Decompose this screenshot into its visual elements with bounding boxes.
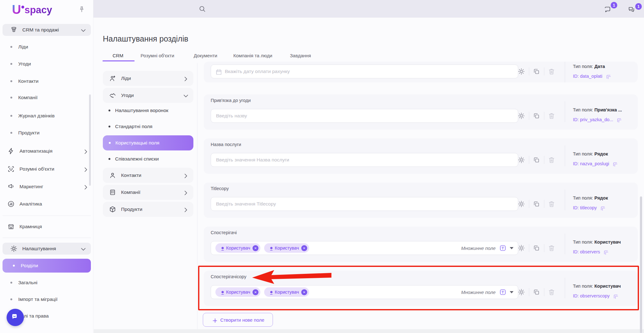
sidebar: U spacy CRM та продажі Ліди Угоди Контак… xyxy=(0,0,93,333)
menu-subitem-funnels[interactable]: Налаштування воронок xyxy=(108,106,168,115)
trash-icon[interactable] xyxy=(548,112,556,120)
sidebar-item-smart-objects[interactable]: Розумні об'єкти xyxy=(0,163,93,175)
menu-subitem-dependent-lists[interactable]: Співзалежні списки xyxy=(108,155,159,163)
menu-subitem-standard-fields[interactable]: Стандартні поля xyxy=(108,122,153,131)
copy-icon[interactable] xyxy=(533,68,541,76)
remove-chip-icon[interactable]: ✕ xyxy=(301,245,307,251)
row-actions xyxy=(518,109,556,123)
divider xyxy=(565,101,565,122)
sidebar-item-crm[interactable]: CRM та продажі xyxy=(3,24,91,36)
sidebar-item-import[interactable]: Імпорт та міграції xyxy=(0,293,93,306)
active-tab-underline xyxy=(103,60,135,61)
gear-icon[interactable] xyxy=(518,156,525,164)
menu-item-companies[interactable]: Компанії xyxy=(103,185,193,200)
trash-icon[interactable] xyxy=(548,244,556,252)
content-scrollbar[interactable] xyxy=(640,196,642,333)
tab-smart-objects[interactable]: Розумні об'єкти xyxy=(141,53,174,58)
gear-icon[interactable] xyxy=(518,68,525,76)
tab-company-people[interactable]: Компанія та люди xyxy=(233,53,272,58)
gear-icon[interactable] xyxy=(518,288,525,296)
remove-chip-icon[interactable]: ✕ xyxy=(301,289,307,295)
copy-id-icon[interactable] xyxy=(605,74,611,79)
sidebar-item-contacts[interactable]: Контакти xyxy=(0,75,93,87)
trash-icon[interactable] xyxy=(548,156,556,164)
sidebar-item-general[interactable]: Загальні xyxy=(0,276,93,289)
sidebar-item-marketing[interactable]: Маркетинг xyxy=(0,180,93,193)
field-meta: Тип поля: Користувач ID: observers xyxy=(573,239,636,255)
bullet xyxy=(10,63,12,65)
field-type-icon[interactable] xyxy=(499,244,507,252)
sidebar-item-label: Імпорт та міграції xyxy=(18,296,58,302)
pin-sidebar-icon[interactable] xyxy=(78,6,86,13)
copy-icon[interactable] xyxy=(533,244,541,252)
trash-icon[interactable] xyxy=(548,200,556,208)
plus-icon xyxy=(211,317,217,323)
dropdown-arrow-icon[interactable] xyxy=(510,247,514,249)
service-name-input[interactable] xyxy=(211,153,518,167)
sidebar-item-call-log[interactable]: Журнал дзвінків xyxy=(0,110,93,122)
sidebar-item-deals[interactable]: Угоди xyxy=(0,58,93,70)
divider xyxy=(544,156,544,164)
copy-icon[interactable] xyxy=(533,112,541,120)
date-field-input[interactable] xyxy=(211,65,518,78)
multiple-field-label: Множинне поле xyxy=(461,290,496,295)
copy-id-icon[interactable] xyxy=(616,117,621,122)
menu-item-deals[interactable]: Угоди xyxy=(103,88,193,103)
copy-icon[interactable] xyxy=(533,156,541,164)
menu-item-products[interactable]: Продукти xyxy=(103,202,193,217)
copy-id-icon[interactable] xyxy=(603,249,608,255)
gear-icon[interactable] xyxy=(518,112,525,120)
row-actions xyxy=(518,65,556,78)
support-chat-button[interactable] xyxy=(7,309,24,326)
sidebar-item-settings[interactable]: Налаштування xyxy=(3,243,91,255)
menu-item-contacts[interactable]: Контакти xyxy=(103,168,193,183)
user-chip: Користувач✕ xyxy=(215,243,260,253)
field-row-observerscopy: Спостерігачіcopy Користувач✕ Користувач✕… xyxy=(204,271,638,306)
sidebar-scrollbar[interactable] xyxy=(89,94,91,186)
gear-icon[interactable] xyxy=(518,244,525,252)
menu-subitem-custom-fields-active[interactable]: Користувацькі поля xyxy=(103,135,193,150)
copy-id-icon[interactable] xyxy=(600,205,605,211)
copy-icon[interactable] xyxy=(533,288,541,296)
chevron-down-icon xyxy=(80,246,86,252)
tab-documents[interactable]: Документи xyxy=(194,53,217,58)
divider xyxy=(565,278,565,298)
copy-id-icon[interactable] xyxy=(612,161,617,166)
group-chat-icon[interactable] xyxy=(628,6,636,14)
observerscopy-multiselect[interactable]: Користувач✕ Користувач✕ Множинне поле xyxy=(211,285,518,299)
sidebar-item-shop[interactable]: Крамниця xyxy=(0,220,93,233)
observers-multiselect[interactable]: Користувач✕ Користувач✕ Множинне поле xyxy=(211,241,518,255)
field-type-icon[interactable] xyxy=(499,288,507,296)
field-type: Тип поля: Рядок xyxy=(573,151,636,157)
sidebar-item-analytics[interactable]: Аналітика xyxy=(0,198,93,210)
copy-id-icon[interactable] xyxy=(613,293,618,299)
chevron-right-icon xyxy=(182,206,188,212)
gear-icon[interactable] xyxy=(518,200,525,208)
tab-tasks[interactable]: Завдання xyxy=(290,53,311,58)
search-icon[interactable] xyxy=(198,5,207,13)
create-field-button[interactable]: Створити нове поле xyxy=(203,313,273,327)
field-meta: Тип поля: Прив'язка ... ID: priv_yazka_d… xyxy=(573,107,636,122)
sidebar-item-companies[interactable]: Компанії xyxy=(0,91,93,104)
menu-item-leads[interactable]: Ліди xyxy=(103,71,193,86)
chip-label: Користувач xyxy=(275,290,299,295)
trash-icon[interactable] xyxy=(548,288,556,296)
dropdown-arrow-icon[interactable] xyxy=(510,291,514,293)
tab-crm[interactable]: CRM xyxy=(113,53,123,58)
sidebar-item-automation[interactable]: Автоматизація xyxy=(0,145,93,157)
deal-binding-input[interactable] xyxy=(211,109,518,123)
divider xyxy=(529,200,529,208)
divider xyxy=(544,112,544,120)
copy-icon[interactable] xyxy=(533,200,541,208)
sidebar-item-leads[interactable]: Ліди xyxy=(0,41,93,53)
divider xyxy=(529,156,529,164)
remove-chip-icon[interactable]: ✕ xyxy=(253,289,258,295)
menu-item-label: Контакти xyxy=(121,172,141,178)
remove-chip-icon[interactable]: ✕ xyxy=(253,245,258,251)
titlecopy-input[interactable] xyxy=(211,197,518,211)
field-row-deal-binding: Прив'язка до угоди Тип поля: Прив'язка .… xyxy=(204,94,638,130)
logo[interactable]: U spacy xyxy=(12,3,52,16)
sidebar-item-products[interactable]: Продукти xyxy=(0,127,93,139)
sidebar-item-sections-active[interactable]: Розділи xyxy=(3,259,91,273)
trash-icon[interactable] xyxy=(548,68,556,76)
